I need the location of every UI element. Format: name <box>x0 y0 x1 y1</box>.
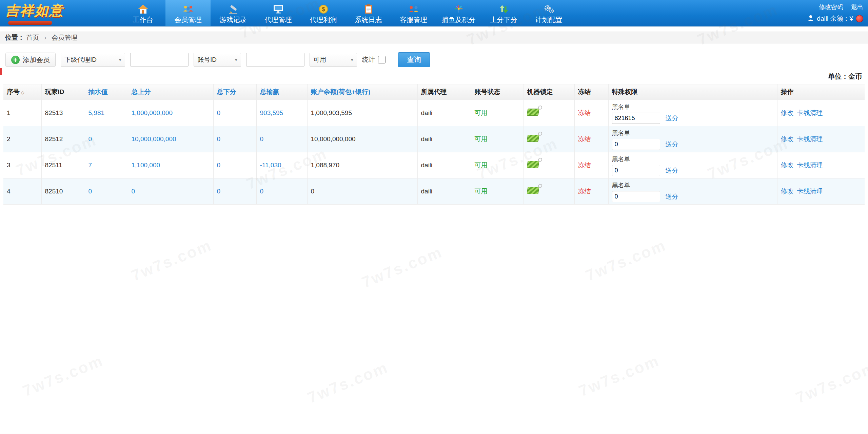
home-icon <box>120 3 165 15</box>
edit-link[interactable]: 修改 <box>781 135 794 144</box>
cell-player-id: 82513 <box>41 100 85 126</box>
table-row: 4 82510 0 0 0 0 0 daili 可用 冻结 黑名单 送分 <box>3 178 865 205</box>
freeze-link[interactable]: 冻结 <box>578 162 591 169</box>
machine-lock-icon[interactable] <box>527 187 539 194</box>
breadcrumb-home-link[interactable]: 首页 <box>26 34 39 41</box>
machine-lock-icon[interactable] <box>527 161 539 168</box>
cell-index: 2 <box>3 126 41 152</box>
col-balance[interactable]: 账户余额(荷包+银行) <box>307 84 417 100</box>
col-index[interactable]: 序号◇ <box>3 84 41 100</box>
freeze-link[interactable]: 冻结 <box>578 188 591 195</box>
table-row: 3 82511 7 1,100,000 0 -11,030 1,088,970 … <box>3 152 865 178</box>
machine-lock-icon[interactable] <box>527 109 539 116</box>
total-up-link[interactable]: 0 <box>132 188 135 195</box>
stat-label: 统计 <box>362 55 375 64</box>
nav-item-agent-manage[interactable]: 代理管理 <box>256 0 301 26</box>
total-down-link[interactable]: 0 <box>217 135 221 143</box>
col-status: 账号状态 <box>471 84 524 100</box>
logo-text: 吉祥如意 <box>5 1 80 20</box>
rake-link[interactable]: 0 <box>88 188 92 195</box>
cell-player-id: 82511 <box>41 152 85 178</box>
win-loss-link[interactable]: 0 <box>260 188 264 195</box>
blacklist-input[interactable] <box>612 139 660 150</box>
col-rake[interactable]: 抽水值 <box>85 84 128 100</box>
edit-link[interactable]: 修改 <box>781 187 794 196</box>
cell-agent: daili <box>417 100 471 126</box>
account-id-select[interactable]: 账号ID ▾ <box>194 53 241 67</box>
nav-item-members[interactable]: 会员管理 <box>165 0 211 26</box>
total-up-link[interactable]: 1,000,000,000 <box>132 109 173 116</box>
status-select[interactable]: 可用 ▾ <box>310 53 357 67</box>
top-navbar: 吉祥如意 工作台 会员管理 游戏记录 代理管理 <box>0 0 868 26</box>
edit-link[interactable]: 修改 <box>781 161 794 170</box>
cell-agent: daili <box>417 126 471 152</box>
nav-item-agent-profit[interactable]: $ 代理利润 <box>301 0 346 26</box>
cell-player-id: 82512 <box>41 126 85 152</box>
total-down-link[interactable]: 0 <box>217 188 221 195</box>
navbar-right: 修改密码 退出 daili 余额：¥ <box>807 3 863 23</box>
win-loss-link[interactable]: 903,595 <box>260 109 283 116</box>
send-score-link[interactable]: 送分 <box>666 114 678 123</box>
blacklist-input[interactable] <box>612 165 660 176</box>
freeze-link[interactable]: 冻结 <box>578 135 591 143</box>
win-loss-link[interactable]: 0 <box>260 135 264 143</box>
col-total-up[interactable]: 总上分 <box>128 84 213 100</box>
win-loss-link[interactable]: -11,030 <box>260 162 281 169</box>
watermark: 7w7s.com <box>583 236 669 285</box>
nav-item-game-records[interactable]: 游戏记录 <box>211 0 256 26</box>
total-up-link[interactable]: 10,000,000,000 <box>132 135 176 143</box>
col-freeze: 冻结 <box>574 84 608 100</box>
edit-link[interactable]: 修改 <box>781 109 794 117</box>
nav-item-score-updown[interactable]: 上分下分 <box>481 0 526 26</box>
lock-ring-icon <box>538 132 542 136</box>
blacklist-input[interactable] <box>612 113 660 124</box>
nav-label: 游戏记录 <box>220 16 247 23</box>
agent-id-select[interactable]: 下级代理ID ▾ <box>61 53 125 67</box>
agent-id-input[interactable] <box>130 53 189 67</box>
cell-player-id: 82510 <box>41 178 85 205</box>
nav-item-workbench[interactable]: 工作台 <box>120 0 165 26</box>
total-down-link[interactable]: 0 <box>217 162 221 169</box>
account-id-input[interactable] <box>246 53 304 67</box>
nav-item-plan-config[interactable]: 计划配置 <box>526 0 571 26</box>
rake-link[interactable]: 0 <box>88 135 92 143</box>
nav-item-customer-service[interactable]: 客服管理 <box>391 0 436 26</box>
clear-line-link[interactable]: 卡线清理 <box>797 135 823 144</box>
rake-link[interactable]: 7 <box>88 162 92 169</box>
balance-badge-icon[interactable] <box>856 15 863 22</box>
chevron-down-icon: ▾ <box>119 57 121 63</box>
freeze-link[interactable]: 冻结 <box>578 109 591 116</box>
send-score-link[interactable]: 送分 <box>666 192 678 201</box>
total-down-link[interactable]: 0 <box>217 109 221 116</box>
change-password-link[interactable]: 修改密码 <box>819 4 843 11</box>
send-score-link[interactable]: 送分 <box>666 140 678 149</box>
clear-line-link[interactable]: 卡线清理 <box>797 109 823 117</box>
cell-balance: 0 <box>307 178 417 205</box>
col-win-loss[interactable]: 总输赢 <box>256 84 307 100</box>
breadcrumb: 位置： 首页 › 会员管理 <box>0 32 868 43</box>
stat-checkbox[interactable] <box>378 56 386 63</box>
total-up-link[interactable]: 1,100,000 <box>132 162 160 169</box>
add-member-button[interactable]: + 添加会员 <box>5 53 56 67</box>
logout-link[interactable]: 退出 <box>851 4 863 11</box>
search-button[interactable]: 查询 <box>398 52 430 67</box>
send-score-link[interactable]: 送分 <box>666 166 678 175</box>
add-member-label: 添加会员 <box>23 55 50 64</box>
nav-item-fishing-points[interactable]: 捕鱼及积分 <box>436 0 481 26</box>
breadcrumb-separator: › <box>44 34 46 41</box>
watermark: 7w7s.com <box>793 358 868 407</box>
nav-label: 工作台 <box>133 16 153 23</box>
chevron-down-icon: ▾ <box>351 57 353 63</box>
rake-link[interactable]: 5,981 <box>88 109 105 116</box>
members-table: 序号◇ 玩家ID 抽水值 总上分 总下分 总输赢 账户余额(荷包+银行) 所属代… <box>3 84 865 205</box>
user-balance-text: daili 余额：¥ <box>817 14 853 23</box>
watermark: 7w7s.com <box>20 351 106 400</box>
col-total-down[interactable]: 总下分 <box>213 84 256 100</box>
clear-line-link[interactable]: 卡线清理 <box>797 161 823 170</box>
blacklist-input[interactable] <box>612 191 660 202</box>
machine-lock-icon[interactable] <box>527 135 539 142</box>
clear-line-link[interactable]: 卡线清理 <box>797 187 823 196</box>
nav-label: 上分下分 <box>490 16 517 23</box>
nav-item-system-logs[interactable]: 系统日志 <box>346 0 391 26</box>
breadcrumb-prefix: 位置： <box>5 34 24 41</box>
